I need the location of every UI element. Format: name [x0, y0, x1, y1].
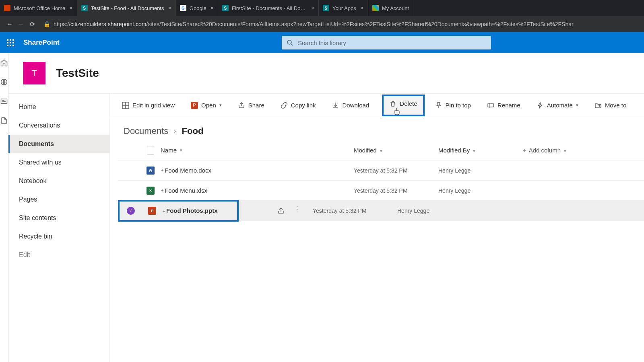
pin-button[interactable]: Pin to top — [432, 99, 474, 111]
col-modified[interactable]: Modified▾ — [354, 147, 438, 154]
nav-recycle-bin[interactable]: Recycle bin — [8, 227, 109, 246]
pin-icon — [435, 102, 442, 109]
browser-tab[interactable]: S TestSite - Food - All Documents × — [77, 0, 176, 16]
chevron-down-icon: ▾ — [576, 103, 578, 108]
svg-rect-1 — [10, 39, 11, 41]
breadcrumb: Documents › Food — [110, 117, 644, 140]
browser-tab[interactable]: My Account — [368, 0, 413, 16]
breadcrumb-root[interactable]: Documents — [124, 126, 168, 136]
modified-by: Henry Legge — [438, 187, 523, 194]
share-icon — [238, 102, 245, 109]
modified-by: Henry Legge — [397, 208, 482, 214]
excel-icon: X — [147, 187, 155, 195]
col-modified-by[interactable]: Modified By▾ — [438, 147, 523, 154]
app-rail — [0, 53, 8, 362]
news-icon[interactable] — [0, 97, 8, 105]
selection-highlight: ✓ P ✦Food Photos.pptx — [118, 200, 239, 222]
doctype-icon[interactable] — [147, 146, 154, 155]
svg-rect-6 — [7, 45, 8, 46]
copy-icon — [642, 102, 644, 109]
close-icon[interactable]: × — [69, 5, 72, 11]
nav-home[interactable]: Home — [8, 98, 109, 116]
chevron-down-icon: ▾ — [180, 148, 182, 153]
tab-title: Microsoft Office Home — [14, 5, 65, 11]
globe-icon[interactable] — [0, 78, 8, 86]
file-name[interactable]: Food Menu.xlsx — [165, 187, 207, 194]
chevron-down-icon: ▾ — [219, 103, 222, 108]
forward-icon[interactable]: → — [15, 21, 27, 28]
copy-button[interactable]: Copy to — [639, 99, 644, 111]
rename-button[interactable]: Rename — [484, 99, 524, 111]
download-icon — [332, 102, 339, 109]
tab-title: TestSite - Food - All Documents — [91, 5, 164, 11]
browser-tab[interactable]: S FirstSite - Documents - All Docum × — [218, 0, 319, 16]
browser-address-bar: ← → ⟳ 🔒 https://citizenbuilders.sharepoi… — [0, 16, 644, 32]
file-name[interactable]: Food Photos.pptx — [166, 207, 217, 214]
document-table: Name▾ Modified▾ Modified By▾ +Add column… — [110, 140, 644, 221]
browser-tab[interactable]: Microsoft Office Home × — [0, 0, 77, 16]
svg-rect-7 — [10, 45, 11, 46]
chevron-right-icon: › — [174, 128, 176, 135]
tab-title: Google — [190, 5, 206, 11]
rename-icon — [487, 102, 494, 109]
close-icon[interactable]: × — [311, 5, 314, 11]
close-icon[interactable]: × — [211, 5, 214, 11]
copy-link-button[interactable]: Copy link — [277, 99, 319, 111]
reload-icon[interactable]: ⟳ — [27, 21, 38, 28]
share-icon[interactable] — [277, 207, 285, 214]
modified-date: Yesterday at 5:32 PM — [313, 208, 397, 214]
svg-rect-4 — [10, 42, 11, 43]
app-launcher-icon[interactable] — [0, 32, 21, 53]
more-icon[interactable]: ⋮ — [293, 207, 301, 214]
nav-pages[interactable]: Pages — [8, 190, 109, 209]
move-button[interactable]: Move to — [591, 99, 630, 111]
svg-rect-18 — [488, 104, 493, 107]
grid-icon — [122, 102, 129, 109]
modified-by: Henry Legge — [438, 167, 523, 174]
edit-grid-button[interactable]: Edit in grid view — [119, 99, 178, 111]
col-name[interactable]: Name▾ — [161, 147, 305, 154]
share-button[interactable]: Share — [235, 99, 268, 111]
svg-point-9 — [287, 40, 291, 44]
svg-rect-2 — [12, 39, 14, 41]
back-icon[interactable]: ← — [4, 21, 15, 28]
svg-rect-0 — [7, 39, 8, 41]
nav-shared[interactable]: Shared with us — [8, 153, 109, 172]
browser-tab[interactable]: G Google × — [176, 0, 218, 16]
tab-title: My Account — [382, 5, 409, 11]
file-name[interactable]: Food Memo.docx — [165, 167, 211, 174]
site-title[interactable]: TestSite — [56, 67, 99, 80]
nav-conversations[interactable]: Conversations — [8, 116, 109, 135]
browser-tab[interactable]: S Your Apps × — [319, 0, 368, 16]
automate-button[interactable]: Automate ▾ — [533, 99, 582, 111]
nav-notebook[interactable]: Notebook — [8, 172, 109, 190]
nav-site-contents[interactable]: Site contents — [8, 209, 109, 227]
table-row[interactable]: W ✦Food Memo.docx Yesterday at 5:32 PM H… — [118, 160, 644, 181]
url-text[interactable]: https://citizenbuilders.sharepoint.com/s… — [54, 21, 574, 27]
table-header: Name▾ Modified▾ Modified By▾ +Add column… — [118, 140, 644, 160]
site-logo[interactable]: T — [23, 62, 45, 84]
site-nav: Home Conversations Documents Shared with… — [8, 94, 110, 362]
add-column-button[interactable]: +Add column▾ — [523, 147, 644, 154]
close-icon[interactable]: × — [168, 5, 171, 11]
svg-rect-12 — [1, 99, 7, 104]
sharepoint-topbar: SharePoint Search this library — [0, 32, 644, 53]
nav-edit[interactable]: Edit — [8, 246, 109, 264]
table-row[interactable]: ✓ P ✦Food Photos.pptx ⋮ Yesterday at 5:3… — [118, 201, 644, 221]
close-icon[interactable]: × — [360, 5, 363, 11]
nav-documents[interactable]: Documents — [8, 135, 109, 153]
selected-check-icon[interactable]: ✓ — [127, 207, 135, 215]
delete-button[interactable]: Delete — [382, 95, 424, 116]
table-row[interactable]: X ✦Food Menu.xlsx Yesterday at 5:32 PM H… — [118, 181, 644, 201]
home-icon[interactable] — [0, 59, 8, 67]
tab-title: FirstSite - Documents - All Docum — [232, 5, 307, 11]
chevron-down-icon: ▾ — [380, 148, 382, 153]
sharepoint-brand[interactable]: SharePoint — [23, 39, 60, 47]
cursor-icon — [394, 107, 400, 115]
file-icon[interactable] — [0, 117, 8, 125]
open-button[interactable]: P Open ▾ — [188, 99, 225, 111]
search-box[interactable]: Search this library — [282, 36, 491, 49]
svg-rect-5 — [12, 42, 14, 43]
search-placeholder: Search this library — [298, 39, 346, 46]
download-button[interactable]: Download — [328, 99, 372, 111]
